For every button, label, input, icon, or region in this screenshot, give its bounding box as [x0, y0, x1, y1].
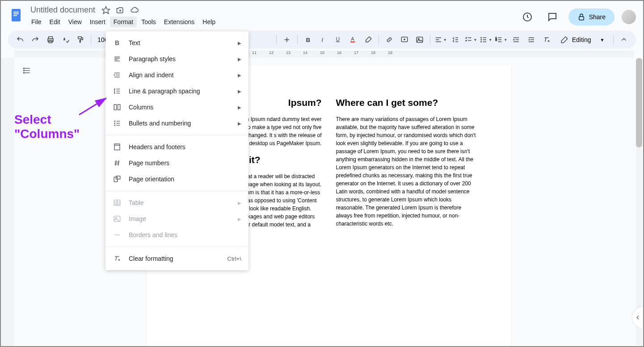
toolbar: 100%▼ B I U A ▼ ▼ ▼ 12▼ Editing ▼	[8, 31, 636, 49]
svg-point-21	[481, 42, 482, 42]
menu-file[interactable]: File	[28, 17, 45, 27]
dd-align-indent[interactable]: Align and indent ▶	[105, 67, 248, 83]
scrollbar-thumb[interactable]	[636, 58, 642, 147]
svg-text:B: B	[306, 37, 310, 43]
dd-line-spacing[interactable]: Line & paragraph spacing ▶	[105, 83, 248, 99]
clear-format-icon	[113, 254, 122, 263]
paragraph-3: There are many variations of passages of…	[336, 115, 479, 228]
dd-paragraph-styles[interactable]: Paragraph styles ▶	[105, 51, 248, 67]
svg-rect-2	[13, 13, 19, 14]
svg-point-25	[24, 70, 25, 71]
bold-button[interactable]: B	[301, 33, 315, 47]
document-title[interactable]: Untitled document	[28, 4, 98, 16]
highlight-button[interactable]	[362, 33, 375, 47]
dd-image: Image ▶	[105, 211, 248, 227]
submenu-arrow-icon: ▶	[238, 73, 241, 78]
submenu-arrow-icon: ▶	[238, 201, 241, 205]
increase-indent-button[interactable]	[525, 33, 538, 47]
user-avatar[interactable]	[622, 10, 636, 24]
dd-page-orientation[interactable]: Page orientation	[105, 171, 248, 187]
cloud-icon[interactable]	[130, 6, 139, 15]
svg-rect-32	[114, 144, 120, 150]
decrease-indent-button[interactable]	[509, 33, 523, 47]
align-button[interactable]: ▼	[434, 33, 447, 47]
svg-point-19	[481, 38, 482, 38]
shortcut-label: Ctrl+\	[227, 255, 241, 262]
svg-point-30	[114, 123, 115, 124]
docs-logo[interactable]	[8, 7, 24, 23]
dd-clear-formatting[interactable]: Clear formatting Ctrl+\	[105, 251, 248, 267]
font-size-increase[interactable]	[280, 33, 294, 47]
paint-format-button[interactable]	[74, 33, 88, 47]
link-button[interactable]	[383, 33, 396, 47]
comment-button[interactable]	[398, 33, 411, 47]
svg-point-20	[481, 39, 482, 40]
underline-button[interactable]: U	[332, 33, 345, 47]
dd-table: Table ▶	[105, 195, 248, 211]
comments-icon[interactable]	[543, 8, 561, 26]
star-icon[interactable]	[101, 6, 110, 15]
heading-3: Where can I get some?	[336, 97, 479, 108]
submenu-arrow-icon: ▶	[238, 217, 241, 222]
svg-rect-15	[350, 42, 355, 42]
italic-button[interactable]: I	[316, 33, 330, 47]
editing-mode-button[interactable]: Editing ▼	[555, 33, 610, 46]
table-icon	[113, 198, 122, 207]
svg-text:2: 2	[496, 38, 497, 41]
menu-help[interactable]: Help	[199, 17, 219, 27]
share-button[interactable]: Share	[568, 8, 615, 25]
svg-point-26	[24, 72, 25, 73]
vertical-ruler[interactable]	[1, 58, 14, 346]
format-dropdown: B Text ▶ Paragraph styles ▶ Align and in…	[105, 31, 248, 270]
menu-view[interactable]: View	[65, 17, 85, 27]
submenu-arrow-icon: ▶	[238, 121, 241, 126]
dd-bullets-numbering[interactable]: Bullets and numbering ▶	[105, 115, 248, 131]
outline-toggle[interactable]	[20, 63, 34, 78]
share-label: Share	[589, 13, 606, 21]
menu-extensions[interactable]: Extensions	[160, 17, 198, 27]
number-list-button[interactable]: 12▼	[494, 33, 508, 47]
vertical-scrollbar[interactable]	[636, 58, 642, 345]
menu-format[interactable]: Format	[110, 17, 137, 27]
svg-point-31	[114, 125, 115, 126]
submenu-arrow-icon: ▶	[238, 105, 241, 110]
svg-rect-3	[13, 15, 17, 16]
hash-icon	[113, 159, 122, 167]
checklist-button[interactable]: ▼	[464, 33, 477, 47]
svg-rect-1	[13, 12, 19, 13]
submenu-arrow-icon: ▶	[238, 57, 241, 62]
menu-tools[interactable]: Tools	[138, 17, 160, 27]
bold-icon: B	[113, 38, 122, 47]
move-icon[interactable]	[116, 6, 125, 15]
spacing-icon	[113, 87, 122, 96]
dd-headers-footers[interactable]: Headers and footers	[105, 139, 248, 155]
redo-button[interactable]	[29, 33, 42, 47]
submenu-arrow-icon: ▶	[238, 89, 241, 94]
spellcheck-button[interactable]	[59, 33, 72, 47]
svg-point-29	[114, 121, 115, 122]
history-icon[interactable]	[518, 8, 536, 26]
dd-text[interactable]: B Text ▶	[105, 35, 248, 51]
collapse-toolbar-button[interactable]	[617, 33, 631, 47]
paragraph-icon	[113, 54, 122, 63]
undo-button[interactable]	[13, 33, 27, 47]
svg-marker-4	[102, 6, 110, 13]
list-icon	[113, 119, 122, 128]
line-spacing-button[interactable]	[449, 33, 463, 47]
svg-text:I: I	[321, 37, 323, 43]
dd-page-numbers[interactable]: Page numbers	[105, 155, 248, 171]
menu-insert[interactable]: Insert	[86, 17, 109, 27]
text-color-button[interactable]: A	[346, 33, 360, 47]
image-button[interactable]	[413, 33, 426, 47]
dd-columns[interactable]: Columns ▶	[105, 99, 248, 115]
print-button[interactable]	[44, 33, 57, 47]
bullet-list-button[interactable]: ▼	[479, 33, 492, 47]
menu-edit[interactable]: Edit	[46, 17, 64, 27]
clear-format-button[interactable]	[540, 33, 553, 47]
align-icon	[113, 71, 122, 79]
svg-rect-34	[116, 176, 120, 179]
line-icon	[113, 230, 122, 239]
columns-icon	[113, 103, 122, 112]
orientation-icon	[113, 175, 122, 184]
svg-text:A: A	[351, 36, 354, 42]
